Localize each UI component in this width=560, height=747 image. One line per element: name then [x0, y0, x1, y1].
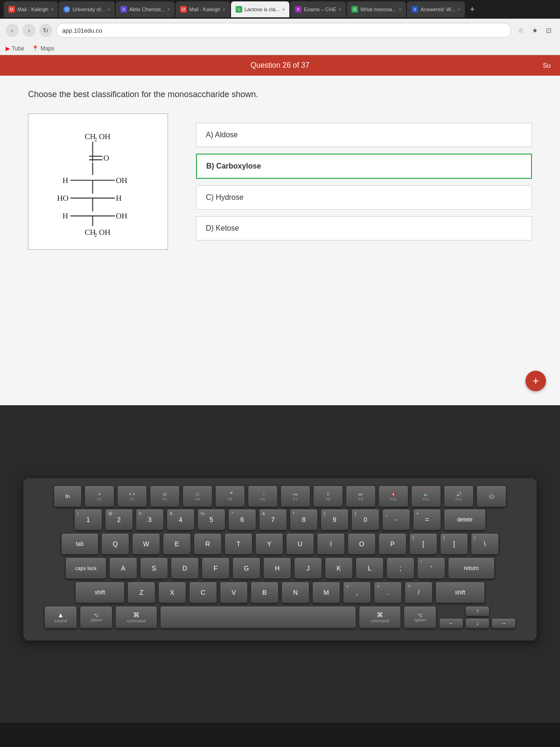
key-d[interactable]: D — [171, 557, 199, 579]
key-i[interactable]: I — [317, 533, 345, 555]
key-comma[interactable]: < , — [343, 582, 371, 603]
key-v[interactable]: V — [220, 582, 248, 603]
key-arrow-up[interactable]: ↑ — [465, 606, 490, 616]
key-slash[interactable]: ? / — [405, 582, 433, 603]
bookmark-icon[interactable]: ☆ — [515, 25, 526, 36]
bookmark-maps[interactable]: 📍 Maps — [32, 45, 54, 52]
key-bracket-r[interactable]: } ] — [440, 533, 468, 555]
key-arrow-down[interactable]: ↓ — [465, 618, 490, 628]
tab-univ[interactable]: O University of... × — [59, 1, 115, 17]
answer-option-a[interactable]: A) Aldose — [196, 123, 532, 147]
key-0[interactable]: ) 0 — [351, 509, 379, 530]
key-shift-right[interactable]: shift — [435, 582, 485, 603]
key-1[interactable]: ! 1 — [74, 509, 102, 530]
key-power[interactable]: ⏻ — [476, 486, 506, 507]
key-f2[interactable]: ✦✦ F2 — [117, 486, 147, 507]
key-period[interactable]: > . — [374, 582, 402, 603]
key-ctrl[interactable]: ▲ control — [44, 606, 77, 628]
key-arrow-left[interactable]: ← — [439, 618, 463, 628]
key-5[interactable]: % 5 — [197, 509, 225, 530]
key-7[interactable]: & 7 — [259, 509, 287, 530]
forward-button[interactable]: › — [22, 24, 35, 37]
answer-option-c[interactable]: C) Hydrose — [196, 185, 532, 210]
tab-answered[interactable]: b Answered: W... × — [407, 1, 465, 17]
bookmark-tube[interactable]: ▶ Tube — [6, 45, 24, 52]
key-8[interactable]: * 8 — [290, 509, 318, 530]
key-capslock[interactable]: caps lock — [65, 557, 106, 579]
key-q[interactable]: Q — [101, 533, 129, 555]
key-b[interactable]: B — [251, 582, 279, 603]
key-g[interactable]: G — [232, 557, 260, 579]
key-a[interactable]: A — [109, 557, 137, 579]
tab-lactose[interactable]: G Lactose is cla... × — [231, 1, 290, 17]
key-backslash[interactable]: | \ — [471, 533, 499, 555]
tab-monosac[interactable]: G What monosa... × — [347, 1, 406, 17]
key-option-left[interactable]: ⌥ option — [80, 606, 112, 628]
key-3[interactable]: # 3 — [136, 509, 164, 530]
key-k[interactable]: K — [325, 557, 353, 579]
key-fn[interactable]: fn — [54, 486, 82, 507]
new-tab-button[interactable]: + — [466, 3, 479, 16]
key-p[interactable]: P — [378, 533, 406, 555]
key-9[interactable]: ( 9 — [321, 509, 349, 530]
key-l[interactable]: L — [356, 557, 384, 579]
tab-mail2[interactable]: M Mail - Kaleigh × — [175, 1, 230, 17]
key-o[interactable]: O — [348, 533, 376, 555]
key-f3[interactable]: ⊞ F3 — [150, 486, 180, 507]
key-r[interactable]: R — [194, 533, 222, 555]
key-arrow-right[interactable]: → — [491, 618, 516, 628]
tab-exams[interactable]: E Exams – CHE × — [290, 1, 346, 17]
key-t[interactable]: T — [224, 533, 252, 555]
key-n[interactable]: N — [281, 582, 309, 603]
key-f5[interactable]: 🎤 F5 — [215, 486, 245, 507]
key-f4[interactable]: ⊡ F4 — [182, 486, 212, 507]
key-m[interactable]: M — [312, 582, 340, 603]
key-u[interactable]: U — [286, 533, 314, 555]
tab-mail1[interactable]: M Mail - Kaleigh × — [4, 1, 58, 17]
profile-icon[interactable]: ⊡ — [543, 25, 554, 36]
key-w[interactable]: W — [132, 533, 160, 555]
key-f12[interactable]: 🔊 F12 — [444, 486, 474, 507]
key-f1[interactable]: ✦ F1 — [84, 486, 114, 507]
key-x[interactable]: X — [158, 582, 186, 603]
key-command-left[interactable]: ⌘ command — [115, 606, 157, 628]
key-2[interactable]: @ 2 — [105, 509, 133, 530]
key-f8[interactable]: ⏸ F8 — [313, 486, 343, 507]
key-e[interactable]: E — [163, 533, 191, 555]
key-space[interactable] — [160, 606, 356, 628]
key-minus[interactable]: _ - — [382, 509, 410, 530]
key-semicolon[interactable]: : ; — [386, 557, 414, 579]
key-quote[interactable]: " ' — [417, 557, 445, 579]
star-icon[interactable]: ★ — [529, 25, 540, 36]
address-bar[interactable]: app.101edu.co — [56, 23, 511, 38]
tab-aktiv[interactable]: A Aktiv Chemist... × — [116, 1, 175, 17]
key-command-right[interactable]: ⌘ command — [359, 606, 401, 628]
key-y[interactable]: Y — [255, 533, 283, 555]
key-f11[interactable]: 🔉 F11 — [411, 486, 441, 507]
key-h[interactable]: H — [263, 557, 291, 579]
key-c[interactable]: C — [189, 582, 217, 603]
key-shift-left[interactable]: shift — [75, 582, 125, 603]
svg-text:OH: OH — [116, 211, 127, 220]
reload-button[interactable]: ↻ — [39, 24, 52, 37]
key-s[interactable]: S — [140, 557, 168, 579]
back-button[interactable]: ‹ — [6, 24, 19, 37]
key-z[interactable]: Z — [127, 582, 155, 603]
key-delete[interactable]: delete — [444, 509, 486, 530]
key-f[interactable]: F — [202, 557, 230, 579]
key-f10[interactable]: 🔇 F10 — [378, 486, 408, 507]
key-6[interactable]: ^ 6 — [228, 509, 256, 530]
key-f6[interactable]: ☽ F6 — [248, 486, 278, 507]
plus-button[interactable]: + — [525, 371, 546, 391]
answer-option-d[interactable]: D) Ketose — [196, 216, 532, 240]
key-bracket-l[interactable]: { [ — [409, 533, 437, 555]
answer-option-b[interactable]: B) Carboxylose — [196, 154, 532, 179]
key-f9[interactable]: ⏭ F9 — [346, 486, 376, 507]
key-equals[interactable]: + = — [413, 509, 441, 530]
key-4[interactable]: $ 4 — [167, 509, 195, 530]
key-return[interactable]: return — [448, 557, 495, 579]
key-option-right[interactable]: ⌥ option — [404, 606, 436, 628]
key-f7[interactable]: ⏮ F7 — [280, 486, 310, 507]
key-j[interactable]: J — [294, 557, 322, 579]
key-tab[interactable]: tab — [61, 533, 98, 555]
